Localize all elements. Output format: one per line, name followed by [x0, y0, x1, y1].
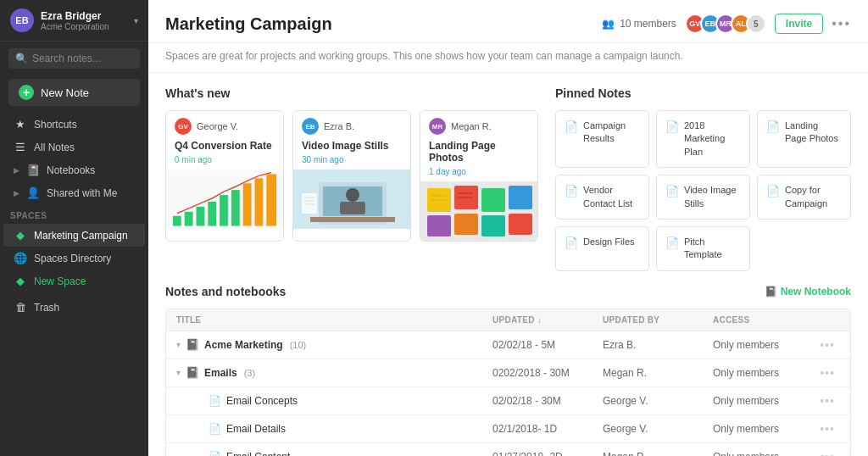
table-row[interactable]: 📄 Email Details 02/1/2018- 1D George V. … [166, 415, 850, 443]
row-more-button[interactable]: ••• [815, 338, 840, 352]
note-card-video[interactable]: EB Ezra B. Video Image Stills 30 min ago [292, 110, 411, 242]
row-more-button[interactable]: ••• [815, 366, 840, 380]
card-photo [293, 170, 410, 229]
svg-rect-15 [310, 217, 395, 222]
user-avatar: EB [10, 8, 34, 32]
chevron-down-icon: ▾ [134, 16, 138, 25]
table-row[interactable]: 📄 Email Concepts 02/02/18 - 30M George V… [166, 387, 850, 415]
user-company: Acme Corporation [41, 22, 127, 31]
row-title: 📄 Email Concepts [176, 395, 492, 407]
note-icon: 📄 [209, 451, 221, 456]
header-updated-by: Updated By [603, 315, 713, 325]
user-name: Ezra Bridger [41, 10, 127, 22]
note-icon: 📄 [665, 185, 679, 197]
row-access: Only members [713, 451, 815, 456]
members-count: 10 members [620, 18, 676, 30]
pinned-item-marketing-plan[interactable]: 📄 2018 Marketing Plan [656, 110, 750, 168]
row-updated-by: Megan R. [603, 367, 713, 379]
header-right: 👥 10 members GV EB MR AL 5 Invite ••• [602, 14, 851, 34]
notes-header: Notes and notebooks 📓 New Notebook [165, 285, 851, 298]
svg-rect-3 [196, 207, 204, 226]
svg-rect-7 [243, 183, 252, 225]
notebook-icon: 📓 [186, 366, 199, 379]
sidebar-item-spaces-directory[interactable]: 🌐 Spaces Directory [3, 247, 145, 270]
notes-section-title: Notes and notebooks [165, 285, 286, 298]
header-updated: Updated ↓ [492, 315, 603, 325]
shortcuts-icon: ★ [14, 118, 27, 131]
new-notebook-icon: 📓 [765, 286, 777, 298]
svg-rect-24 [509, 186, 532, 209]
pinned-item-landing-photos[interactable]: 📄 Landing Page Photos [757, 110, 851, 168]
row-updated: 02/1/2018- 1D [492, 423, 603, 435]
search-bar: 🔍 [8, 48, 140, 69]
sidebar-item-new-space[interactable]: ◆ New Space [3, 270, 145, 292]
user-info: Ezra Bridger Acme Corporation [41, 10, 127, 31]
row-title: ▾ 📓 Emails (3) [176, 366, 492, 379]
content-area: What's new GV George V. Q4 Conversion Ra… [148, 73, 868, 285]
plus-icon: + [19, 85, 34, 100]
member-avatars: GV EB MR AL 5 [685, 14, 766, 34]
sidebar-item-all-notes[interactable]: ☰ All Notes [3, 136, 145, 158]
row-title: ▾ 📓 Acme Marketing (10) [176, 338, 492, 351]
new-space-icon: ◆ [14, 275, 27, 287]
header-actions [815, 315, 840, 325]
header-title: Title [176, 315, 492, 325]
sidebar: EB Ezra Bridger Acme Corporation ▾ 🔍 + N… [0, 0, 148, 456]
row-updated: 02/02/18 - 30M [492, 395, 603, 407]
svg-rect-14 [340, 202, 365, 214]
cards-row: GV George V. Q4 Conversion Rate 0 min ag… [165, 110, 538, 242]
note-icon: 📄 [766, 120, 780, 133]
new-notebook-button[interactable]: 📓 New Notebook [765, 286, 851, 298]
row-access: Only members [713, 339, 815, 351]
pinned-item-campaign-results[interactable]: 📄 Campaign Results [555, 110, 649, 168]
card-avatar-gv: GV [175, 118, 192, 135]
trash-icon: 🗑 [14, 301, 27, 314]
card-stickies [420, 181, 537, 241]
note-card-q4[interactable]: GV George V. Q4 Conversion Rate 0 min ag… [165, 110, 284, 242]
row-more-button[interactable]: ••• [815, 450, 840, 456]
note-icon: 📄 [665, 120, 679, 133]
svg-rect-6 [231, 190, 240, 225]
sidebar-item-shared[interactable]: ▶ 👤 Shared with Me [3, 181, 145, 204]
table-row[interactable]: ▾ 📓 Emails (3) 0202/2018 - 30M Megan R. … [166, 359, 850, 387]
row-title: 📄 Email Content [176, 451, 492, 456]
note-icon: 📄 [209, 395, 221, 407]
note-icon: 📄 [665, 236, 679, 249]
table-row[interactable]: ▾ 📓 Acme Marketing (10) 02/02/18 - 5M Ez… [166, 331, 850, 359]
note-card-landing[interactable]: MR Megan R. Landing Page Photos 1 day ag… [420, 110, 538, 242]
notes-section: Notes and notebooks 📓 New Notebook Title… [148, 285, 868, 456]
card-chart [166, 170, 283, 229]
svg-rect-28 [509, 214, 532, 235]
search-input[interactable] [32, 53, 133, 64]
sidebar-item-trash[interactable]: 🗑 Trash [3, 296, 145, 319]
row-updated: 01/27/2018- 2D [492, 451, 603, 456]
more-options-icon[interactable]: ••• [832, 16, 851, 31]
row-updated: 0202/2018 - 30M [492, 367, 603, 379]
note-icon: 📄 [565, 120, 578, 133]
new-note-button[interactable]: + New Note [8, 79, 140, 106]
pinned-notes-section: Pinned Notes 📄 Campaign Results 📄 2018 M… [555, 86, 851, 271]
members-info: 👥 10 members [602, 18, 676, 30]
sidebar-user-header[interactable]: EB Ezra Bridger Acme Corporation ▾ [0, 0, 148, 42]
sidebar-item-notebooks[interactable]: ▶ 📓 Notebooks [3, 158, 145, 181]
expand-icon: ▾ [176, 368, 181, 377]
arrow-icon: ▶ [14, 189, 19, 197]
table-row[interactable]: 📄 Email Content 01/27/2018- 2D Megan R. … [166, 443, 850, 456]
pinned-item-pitch-template[interactable]: 📄 Pitch Template [656, 226, 750, 271]
svg-rect-16 [302, 193, 317, 214]
svg-rect-27 [481, 215, 505, 236]
row-more-button[interactable]: ••• [815, 394, 840, 408]
row-access: Only members [713, 395, 815, 407]
notebook-icon: 📓 [186, 338, 199, 351]
sidebar-item-shortcuts[interactable]: ★ Shortcuts [3, 113, 145, 136]
header-access: Access [713, 315, 815, 325]
pinned-item-design-files[interactable]: 📄 Design Files [555, 226, 649, 271]
row-more-button[interactable]: ••• [815, 422, 840, 436]
page-title: Marketing Campaign [165, 14, 332, 34]
pinned-item-vendor-contact[interactable]: 📄 Vendor Contact List [555, 175, 649, 220]
pinned-item-video-stills[interactable]: 📄 Video Image Stills [656, 175, 750, 220]
pinned-item-copy-campaign[interactable]: 📄 Copy for Campaign [757, 175, 851, 220]
invite-button[interactable]: Invite [775, 14, 823, 34]
sidebar-item-marketing-campaign[interactable]: ◆ Marketing Campaign [3, 224, 145, 247]
svg-rect-23 [481, 188, 505, 212]
